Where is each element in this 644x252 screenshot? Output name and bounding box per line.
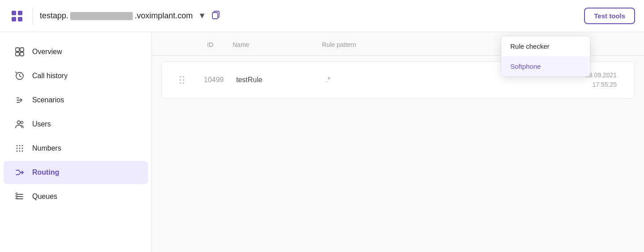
- sidebar-label-overview: Overview: [32, 48, 62, 56]
- svg-rect-0: [12, 11, 16, 15]
- svg-point-18: [17, 151, 18, 152]
- svg-rect-5: [212, 13, 218, 19]
- layout: Overview Call history Scenarios: [0, 32, 644, 252]
- svg-rect-9: [20, 52, 24, 56]
- dropdown-menu: Rule checker Softphone: [501, 36, 590, 77]
- svg-point-13: [19, 145, 21, 147]
- sidebar-label-queues: Queues: [32, 193, 57, 201]
- sidebar-item-queues[interactable]: Queues: [4, 185, 148, 208]
- test-tools-button[interactable]: Test tools: [584, 8, 635, 24]
- dropdown-item-softphone[interactable]: Softphone: [501, 56, 590, 76]
- divider: [32, 7, 33, 25]
- sidebar-label-numbers: Numbers: [32, 144, 61, 152]
- sidebar-item-call-history[interactable]: Call history: [4, 64, 148, 88]
- svg-rect-7: [20, 48, 24, 51]
- svg-rect-8: [16, 52, 19, 56]
- scenarios-icon: [14, 95, 25, 105]
- cell-rule-pattern: .*: [326, 76, 527, 84]
- call-history-icon: [14, 71, 25, 81]
- cell-date-line2: 17:55:25: [527, 80, 617, 89]
- sidebar-item-routing[interactable]: Routing: [4, 161, 148, 184]
- svg-point-17: [22, 148, 23, 149]
- copy-icon[interactable]: [212, 10, 221, 22]
- sidebar-item-scenarios[interactable]: Scenarios: [4, 88, 148, 112]
- sidebar-item-users[interactable]: Users: [4, 113, 148, 136]
- col-header-name: Name: [233, 41, 322, 48]
- sidebar-label-users: Users: [32, 120, 51, 128]
- svg-point-12: [17, 145, 18, 147]
- cell-name: testRule: [236, 76, 326, 84]
- dropdown-item-rule-checker[interactable]: Rule checker: [501, 36, 590, 56]
- svg-point-16: [19, 148, 21, 149]
- numbers-icon: [14, 143, 25, 154]
- svg-point-14: [22, 145, 23, 147]
- top-bar-right: Test tools: [584, 8, 635, 24]
- sidebar-item-overview[interactable]: Overview: [4, 40, 148, 63]
- overview-icon: [14, 46, 25, 57]
- svg-point-11: [21, 122, 23, 124]
- svg-point-10: [17, 121, 21, 124]
- drag-handle[interactable]: [179, 76, 184, 84]
- svg-point-20: [22, 151, 23, 152]
- app-prefix: testapp.: [40, 11, 68, 21]
- app-suffix: .voximplant.com: [135, 11, 193, 21]
- routing-icon: [14, 167, 25, 178]
- app-redacted: [70, 12, 133, 20]
- sidebar-label-scenarios: Scenarios: [32, 96, 64, 104]
- svg-rect-6: [16, 48, 19, 51]
- sidebar-label-routing: Routing: [32, 168, 59, 176]
- main-content: ID Name Rule pattern 1049: [152, 32, 644, 252]
- sidebar-item-numbers[interactable]: Numbers: [4, 137, 148, 160]
- svg-rect-1: [18, 11, 22, 15]
- top-bar-left: testapp. .voximplant.com ▼: [9, 7, 584, 25]
- cell-id: 10499: [191, 76, 236, 84]
- queues-icon: [14, 191, 25, 202]
- users-icon: [14, 119, 25, 130]
- grid-icon[interactable]: [9, 8, 25, 24]
- app-title: testapp. .voximplant.com ▼: [40, 10, 221, 22]
- top-bar: testapp. .voximplant.com ▼ Test tools: [0, 0, 644, 32]
- col-header-id: ID: [188, 41, 233, 48]
- svg-point-19: [19, 151, 21, 152]
- svg-rect-3: [18, 17, 22, 21]
- app-dropdown-arrow[interactable]: ▼: [198, 11, 206, 21]
- svg-point-15: [17, 148, 18, 149]
- sidebar-label-call-history: Call history: [32, 72, 68, 80]
- sidebar: Overview Call history Scenarios: [0, 32, 152, 252]
- svg-rect-2: [12, 17, 16, 21]
